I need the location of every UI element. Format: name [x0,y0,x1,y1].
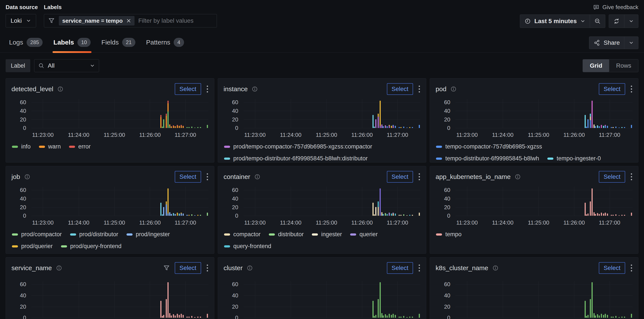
bar [412,127,413,128]
legend-item-query-frontend[interactable]: query-frontend [224,243,272,250]
refresh-button[interactable] [609,15,624,28]
chart-plot-area[interactable]: 6040200 [456,187,632,216]
legend-item-error[interactable]: error [69,143,90,150]
panel-funnel-icon[interactable] [163,265,170,272]
legend-item-tempo-compactor-757d9b6985-xgzss[interactable]: tempo-compactor-757d9b6985-xgzss [436,143,542,150]
bar-segment [381,124,382,128]
select-button[interactable]: Select [175,83,201,95]
legend-item-distributor[interactable]: distributor [269,231,304,238]
info-icon[interactable] [492,265,499,271]
bar [163,207,164,216]
panel-chart: 6040200 11:23:0011:24:0011:25:0011:26:00… [244,187,420,228]
tab-patterns[interactable]: Patterns4 [143,36,188,52]
panel-actions: Select [599,83,633,95]
close-icon[interactable] [126,18,131,23]
chart-plot-area[interactable]: 6040200 [244,99,420,128]
bar-segment [374,316,375,318]
share-button[interactable]: Share [589,36,638,49]
chart-plot-area[interactable]: 6040200 [244,187,420,216]
bar-segment [179,126,180,128]
select-button[interactable]: Select [599,171,625,183]
kebab-menu-icon[interactable] [418,85,421,93]
legend-item-warn[interactable]: warn [39,143,61,150]
bar [200,215,201,216]
select-button[interactable]: Select [599,262,625,274]
info-icon[interactable] [514,174,521,180]
select-button[interactable]: Select [599,83,625,95]
chart-plot-area[interactable]: 6040200 [31,99,208,128]
kebab-menu-icon[interactable] [206,172,209,181]
legend-item-prod-compactor[interactable]: prod/compactor [12,231,62,238]
info-icon[interactable] [57,86,64,92]
kebab-menu-icon[interactable] [206,264,209,272]
tab-logs[interactable]: Logs285 [6,36,46,52]
legend-item-prod-ingester[interactable]: prod/ingester [126,231,170,238]
legend-item-querier[interactable]: querier [350,231,378,238]
bar-segment [409,127,410,128]
give-feedback-link[interactable]: Give feedback [593,4,638,10]
kebab-menu-icon[interactable] [418,172,421,181]
x-tick-label: 11:25:00 [316,132,337,138]
legend-label: tempo-distributor-6f99985845-b8lwh [445,155,539,162]
view-toggle-grid[interactable]: Grid [583,59,609,72]
legend-item-ingester[interactable]: ingester [312,231,342,238]
legend-item-tempo-distributor-6f99985845-b8lwh[interactable]: tempo-distributor-6f99985845-b8lwh [436,155,539,162]
tab-fields[interactable]: Fields21 [98,36,139,52]
legend-item-tempo-ingester-0[interactable]: tempo-ingester-0 [547,155,601,162]
select-button[interactable]: Select [175,262,201,274]
bar [406,215,408,216]
info-icon[interactable] [246,265,253,271]
label-search-select[interactable]: All [34,59,99,72]
gridline-v [538,99,539,128]
bar [162,214,163,216]
view-toggle-rows[interactable]: Rows [609,59,638,72]
bar [594,212,594,216]
datasource-picker[interactable]: Loki [6,14,36,27]
kebab-menu-icon[interactable] [630,172,633,181]
kebab-menu-icon[interactable] [206,85,209,93]
info-icon[interactable] [252,86,258,92]
bar-segment [406,317,408,318]
legend-item-compactor[interactable]: compactor [224,231,260,238]
bar [374,214,375,216]
bar [179,214,180,216]
bar-segment [200,215,201,216]
info-icon[interactable] [254,174,260,180]
x-tick-label: 11:23:00 [32,219,54,226]
info-icon[interactable] [24,174,30,180]
legend-item-prod-tempo-compactor-757d9b6985-xgzss-compactor[interactable]: prod/tempo-compactor-757d9b6985-xgzss:co… [224,143,372,150]
label-filter-input[interactable]: service_name = tempo Filter by label val… [44,14,217,27]
chart-plot-area[interactable]: 6040200 [456,99,632,128]
refresh-interval-dropdown[interactable] [624,15,638,28]
share-main[interactable]: Share [589,37,624,49]
select-button[interactable]: Select [387,262,413,274]
zoom-out-button[interactable] [590,15,605,28]
chart-plot-area[interactable]: 6040200 [456,281,632,318]
select-button[interactable]: Select [387,83,413,95]
chart-plot-area[interactable]: 6040200 [31,281,208,318]
legend-item-info[interactable]: info [12,143,31,150]
legend-item-prod-distributor[interactable]: prod/distributor [70,231,118,238]
info-icon[interactable] [450,86,457,92]
legend-item-prod-query-frontend[interactable]: prod/query-frontend [61,243,122,250]
legend-item-prod-tempo-distributor-6f99985845-b8lwh-distributor[interactable]: prod/tempo-distributor-6f99985845-b8lwh:… [224,155,368,162]
tab-count-badge: 4 [174,38,184,47]
select-button[interactable]: Select [387,171,413,183]
bar [603,315,604,318]
tab-labels[interactable]: Labels10 [50,36,94,52]
filter-chip[interactable]: service_name = tempo [59,16,134,25]
chart-plot-area[interactable]: 6040200 [31,187,208,216]
info-icon[interactable] [56,265,62,271]
select-button[interactable]: Select [175,171,201,183]
kebab-menu-icon[interactable] [630,264,633,272]
kebab-menu-icon[interactable] [630,85,633,93]
legend-item-tempo[interactable]: tempo [436,231,462,238]
bar [376,119,376,128]
bar [376,315,376,318]
chart-legend: compactordistributoringesterquerierquery… [224,231,421,250]
chart-plot-area[interactable]: 6040200 [244,281,420,318]
legend-item-prod-querier[interactable]: prod/querier [12,243,53,250]
kebab-menu-icon[interactable] [418,264,421,272]
time-range-picker[interactable]: Last 5 minutes [520,15,590,28]
share-dropdown[interactable] [624,37,638,49]
